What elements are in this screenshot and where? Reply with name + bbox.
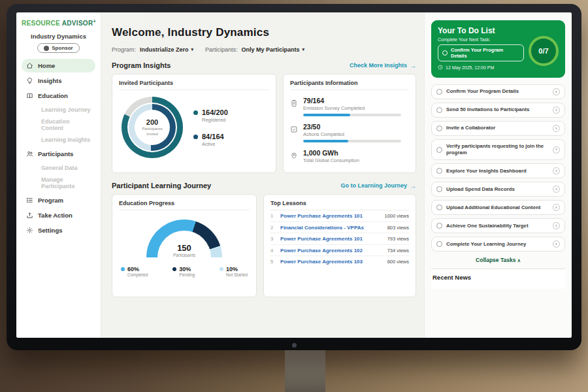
arrow-right-icon: → <box>410 182 416 189</box>
task-checkbox[interactable] <box>436 241 442 247</box>
sidebar: RESOURCE ADVISOR+ Industry Dynamics Spon… <box>16 12 101 338</box>
sidebar-item-insights[interactable]: Insights <box>22 74 95 88</box>
sidebar-item-learning-insights[interactable]: Learning Insights <box>22 134 95 146</box>
legend-dot-completed <box>121 267 125 271</box>
upload-action-icon <box>26 212 33 219</box>
invited-participants-donut: 200 Participants Invited <box>122 97 183 158</box>
legend-item-completed: 60% Completed <box>121 266 148 277</box>
chevron-right-icon: › <box>553 222 560 229</box>
task-item-invite-collaborator[interactable]: Invite a Collaborator › <box>431 121 565 136</box>
task-checkbox[interactable] <box>436 204 442 210</box>
sidebar-item-settings[interactable]: Settings <box>22 223 95 237</box>
monitor-logo <box>292 343 297 348</box>
todo-panel: Your To Do List Complete Your Next Task:… <box>424 12 572 338</box>
collapse-tasks-button[interactable]: Collapse Tasks ∧ <box>431 257 565 263</box>
chevron-right-icon: › <box>553 167 560 174</box>
task-item-upload-spend-data[interactable]: Upload Spend Data Records › <box>431 182 565 197</box>
lesson-link[interactable]: Financial Considerations - VPPAs <box>280 225 384 231</box>
donut-legend: 164/200 Registered 84/164 Active <box>193 108 228 147</box>
gauge-center-label: Participants <box>146 253 222 257</box>
sidebar-item-manage-participants[interactable]: Manage Participants <box>22 174 95 192</box>
org-name: Industry Dynamics <box>22 33 95 40</box>
chevron-right-icon: › <box>553 88 560 95</box>
check-more-insights-link[interactable]: Check More Insights → <box>350 62 416 69</box>
legend-item-not-started: 10% Not Started <box>220 266 248 277</box>
clock-icon <box>438 65 443 70</box>
gauge-legend: 60% Completed 30% Pending <box>119 266 250 277</box>
education-progress-gauge: 150 Participants <box>146 220 222 257</box>
task-item-achieve-target[interactable]: Achieve One Sustainability Target › <box>431 218 565 233</box>
info-row-emission-survey: 79/164 Emission Survey Completed <box>290 97 409 116</box>
legend-item-registered: 164/200 Registered <box>193 108 228 123</box>
lesson-row: 4 Power Purchase Agreements 102 734 view… <box>270 245 409 257</box>
chevron-right-icon: › <box>553 186 560 193</box>
legend-item-pending: 30% Pending <box>172 266 195 277</box>
arrow-right-icon: → <box>410 62 416 69</box>
go-to-learning-journey-link[interactable]: Go to Learning Journey → <box>340 182 416 189</box>
actions-progressbar <box>303 140 401 142</box>
task-checkbox[interactable] <box>436 107 442 113</box>
sidebar-nav: Home Insights Education Learning Journey… <box>22 59 95 237</box>
sidebar-item-education-content[interactable]: Education Content <box>22 116 95 134</box>
monitor: RESOURCE ADVISOR+ Industry Dynamics Spon… <box>7 4 581 350</box>
lesson-link[interactable]: Power Purchase Agreements 101 <box>280 236 384 242</box>
sidebar-item-learning-journey[interactable]: Learning Journey <box>22 104 95 116</box>
sidebar-item-program[interactable]: Program <box>22 193 95 207</box>
invited-participants-card: Invited Participants 200 Participants In… <box>112 74 276 173</box>
task-item-confirm-program[interactable]: Confirm Your Program Details › <box>431 84 565 99</box>
home-icon <box>26 62 33 69</box>
task-checkbox[interactable] <box>436 223 442 229</box>
task-item-send-invitations[interactable]: Send 50 Invitations to Participants › <box>431 103 565 118</box>
task-item-upload-educational-content[interactable]: Upload Additional Educational Content › <box>431 200 565 215</box>
lesson-row: 5 Power Purchase Agreements 103 600 view… <box>270 256 409 267</box>
sidebar-item-take-action[interactable]: Take Action <box>22 208 95 222</box>
participants-select[interactable]: Only My Participants ▾ <box>242 46 305 53</box>
participants-filter-label: Participants: <box>205 46 238 53</box>
filter-bar: Program: Industrialize Zero ▾ Participan… <box>112 46 416 53</box>
lesson-link[interactable]: Power Purchase Agreements 101 <box>280 213 380 219</box>
chevron-right-icon: › <box>553 106 560 114</box>
consumption-pin-icon <box>290 150 298 159</box>
chevron-right-icon: › <box>553 240 560 248</box>
task-checkbox[interactable] <box>436 89 442 95</box>
list-icon <box>26 197 33 204</box>
chevron-right-icon: › <box>553 146 560 154</box>
chevron-up-icon: ∧ <box>517 258 521 263</box>
info-row-actions: 23/50 Actions Completed <box>290 123 409 142</box>
legend-dot-not-started <box>220 267 223 271</box>
info-row-consumption: 1,000 GWh Total Global Consumption <box>290 149 409 163</box>
sidebar-item-participants[interactable]: Participants <box>22 147 95 161</box>
recent-news-header: Recent News <box>431 269 565 289</box>
sidebar-item-home[interactable]: Home <box>22 59 95 73</box>
sponsor-icon <box>44 46 49 51</box>
card-title: Top Lessons <box>270 200 409 210</box>
todo-card: Your To Do List Complete Your Next Task:… <box>431 20 565 78</box>
page-title: Welcome, Industry Dynamics <box>112 26 416 39</box>
task-checkbox[interactable] <box>436 147 442 153</box>
card-title: Participants Information <box>290 80 409 90</box>
sidebar-item-general-data[interactable]: General Data <box>22 162 95 174</box>
lesson-link[interactable]: Power Purchase Agreements 103 <box>280 259 384 265</box>
sidebar-item-education[interactable]: Education <box>22 89 95 103</box>
task-item-complete-learning-journey[interactable]: Complete Your Learning Journey › <box>431 237 565 252</box>
people-icon <box>26 150 33 157</box>
task-item-explore-insights[interactable]: Explore Your Insights Dashboard › <box>431 163 565 178</box>
program-select[interactable]: Industrialize Zero ▾ <box>140 46 193 53</box>
lesson-row: 2 Financial Considerations - VPPAs 803 v… <box>270 222 409 234</box>
chevron-down-icon: ▾ <box>302 47 305 52</box>
card-title: Invited Participants <box>119 80 269 90</box>
donut-center-label: Participants Invited <box>139 126 165 137</box>
chevron-down-icon: ▾ <box>191 47 194 52</box>
top-lessons-card: Top Lessons 1 Power Purchase Agreements … <box>263 194 416 297</box>
lightbulb-icon <box>26 77 33 84</box>
lesson-link[interactable]: Power Purchase Agreements 102 <box>280 248 384 253</box>
task-checkbox[interactable] <box>436 168 442 174</box>
next-task-chip[interactable]: Confirm Your Program Details <box>438 44 524 61</box>
task-item-verify-participants[interactable]: Verify participants requesting to join t… <box>431 139 565 160</box>
checkbox-circle-icon <box>442 50 448 56</box>
dashboard-screen: RESOURCE ADVISOR+ Industry Dynamics Spon… <box>16 12 572 338</box>
book-icon <box>26 92 33 99</box>
gauge-center-value: 150 <box>146 244 222 252</box>
task-checkbox[interactable] <box>436 125 442 131</box>
task-checkbox[interactable] <box>436 186 442 192</box>
